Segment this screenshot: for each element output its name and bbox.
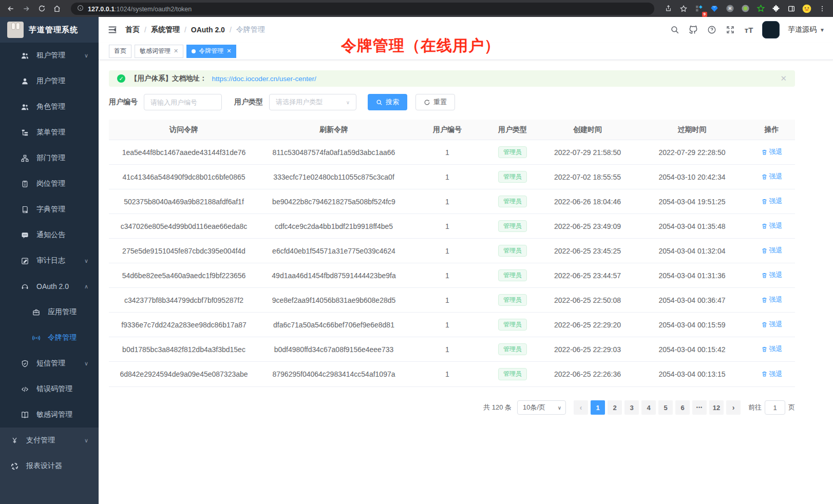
search-icon[interactable] [670, 25, 680, 35]
sidebar-item-report-designer[interactable]: 报表设计器 [0, 453, 99, 479]
force-logout-button[interactable]: 强退 [761, 246, 783, 255]
close-icon[interactable]: ✕ [174, 48, 178, 54]
help-icon[interactable] [707, 25, 717, 35]
force-logout-button[interactable]: 强退 [761, 295, 783, 304]
breadcrumb-item[interactable]: OAuth 2.0 [191, 26, 225, 34]
delete-icon [761, 149, 768, 156]
home-icon[interactable] [50, 2, 64, 15]
side-panel-icon[interactable] [785, 2, 798, 15]
bookmark-star-icon[interactable] [677, 2, 690, 15]
tab-敏感词管理[interactable]: 敏感词管理✕ [135, 45, 183, 58]
page-ellipsis[interactable]: ••• [692, 400, 707, 415]
page-size-select[interactable]: 10条/页 ∨ [517, 400, 566, 415]
sidebar-item-post-badge[interactable]: 岗位管理 [0, 171, 99, 197]
post-badge-icon [21, 180, 29, 188]
page-button-12[interactable]: 12 [709, 400, 724, 415]
search-icon [376, 99, 383, 106]
sidebar-menu: 租户管理∨用户管理角色管理菜单管理部门管理岗位管理字典管理通知公告审计日志∨OA… [0, 43, 99, 504]
user-type-select[interactable]: 请选择用户类型 ∨ [269, 94, 356, 110]
sidebar-item-user[interactable]: 用户管理 [0, 68, 99, 94]
extensions-puzzle-icon[interactable] [769, 2, 783, 15]
breadcrumb-item[interactable]: 首页 [125, 25, 140, 34]
next-page-button[interactable]: › [726, 400, 741, 415]
sidebar-item-menu-tree[interactable]: 菜单管理 [0, 120, 99, 145]
goto-page-input[interactable] [765, 400, 785, 415]
browser-menu-kebab-icon[interactable] [816, 2, 829, 15]
page-button-1[interactable]: 1 [591, 400, 605, 415]
extension-grid-icon[interactable]: 9 [692, 2, 706, 15]
extension-gem-icon[interactable] [708, 2, 721, 15]
sidebar-item-roles[interactable]: 角色管理 [0, 94, 99, 120]
sidebar-item-dict-book[interactable]: 字典管理 [0, 197, 99, 222]
extension-record-icon[interactable] [739, 2, 752, 15]
sidebar-item-tenant-users[interactable]: 租户管理∨ [0, 43, 99, 68]
force-logout-button[interactable]: 强退 [761, 320, 783, 329]
prev-page-button[interactable]: ‹ [574, 400, 588, 415]
extension-command-icon[interactable]: ⌘ [723, 2, 736, 15]
fullscreen-icon[interactable] [725, 25, 735, 35]
app-logo[interactable]: 芋道管理系统 [0, 17, 99, 43]
breadcrumb-item[interactable]: 系统管理 [151, 25, 180, 34]
page-button-5[interactable]: 5 [658, 400, 673, 415]
sidebar-item-token-signal[interactable]: 令牌管理 [0, 325, 99, 351]
table-row: 502375b8040a469a9b82188afdf6af1fbe90422b… [109, 189, 795, 214]
force-logout-button[interactable]: 强退 [761, 370, 783, 379]
page-button-2[interactable]: 2 [608, 400, 622, 415]
forward-icon[interactable] [20, 2, 33, 15]
sidebar-item-pay-yen[interactable]: 支付管理∨ [0, 428, 99, 453]
back-icon[interactable] [4, 2, 17, 15]
app-briefcase-icon [32, 308, 41, 317]
refresh-token-cell: be90422b8c7946218275a508bf524fc9 [259, 198, 409, 206]
sidebar-item-app-briefcase[interactable]: 应用管理 [0, 299, 99, 325]
force-logout-button[interactable]: 强退 [761, 172, 783, 181]
force-logout-button[interactable]: 强退 [761, 197, 783, 206]
sidebar-item-errorcode[interactable]: 错误码管理 [0, 376, 99, 402]
tab-令牌管理[interactable]: 令牌管理✕ [186, 45, 236, 58]
sidebar-item-audit-log[interactable]: 审计日志∨ [0, 248, 99, 274]
force-logout-button[interactable]: 强退 [761, 147, 783, 157]
user-type-badge: 管理员 [498, 294, 527, 306]
force-logout-label: 强退 [769, 320, 783, 329]
user-avatar[interactable] [762, 21, 780, 38]
table-body: 1ea5e44f8bc1467aaede43144f31de76811c5304… [109, 140, 795, 386]
tab-首页[interactable]: 首页 [109, 45, 131, 58]
page-button-6[interactable]: 6 [675, 400, 690, 415]
refresh-token-cell: e6cfd40eb1f54571a31e775e039c4624 [259, 247, 409, 255]
sidebar-item-org-tree[interactable]: 部门管理 [0, 145, 99, 171]
search-button[interactable]: 搜索 [368, 94, 407, 110]
chevron-down-icon: ∨ [84, 360, 88, 367]
user-id-label: 用户编号 [109, 98, 138, 107]
force-logout-button[interactable]: 强退 [761, 221, 783, 230]
user-menu[interactable]: 芋道源码▼ [788, 25, 825, 34]
sidebar-item-oauth-headset[interactable]: OAuth 2.0∧ [0, 274, 99, 299]
profile-avatar-icon[interactable] [800, 2, 813, 15]
page-button-4[interactable]: 4 [641, 400, 656, 415]
sidebar-item-label: 敏感词管理 [36, 410, 99, 419]
share-icon[interactable] [661, 2, 675, 15]
create-time-cell: 2022-06-25 23:44:57 [539, 272, 636, 280]
site-info-icon[interactable] [77, 4, 84, 13]
reset-button[interactable]: 重置 [415, 94, 455, 110]
expire-time-cell: 2054-03-04 00:36:47 [636, 296, 748, 304]
force-logout-button[interactable]: 强退 [761, 270, 783, 280]
breadcrumb: 首页/系统管理/OAuth 2.0/令牌管理 [125, 25, 662, 34]
extension-star-icon[interactable] [754, 2, 767, 15]
table-row: 6d842e2924594de9a09e45e087323abe8796295f… [109, 362, 795, 386]
sidebar-filler [0, 479, 99, 504]
reload-icon[interactable] [35, 2, 48, 15]
collapse-sidebar-icon[interactable] [107, 24, 118, 35]
create-time-cell: 2022-06-25 23:45:25 [539, 247, 636, 255]
font-size-icon[interactable]: тT [744, 25, 754, 35]
github-icon[interactable] [688, 25, 698, 35]
force-logout-label: 强退 [769, 197, 783, 206]
force-logout-button[interactable]: 强退 [761, 344, 783, 354]
sidebar-item-sms-shield[interactable]: 短信管理∨ [0, 351, 99, 376]
address-bar[interactable]: 127.0.0.1:1024/system/oauth2/token [71, 3, 654, 15]
alert-close-icon[interactable]: ✕ [780, 74, 787, 83]
user-id-input[interactable] [144, 94, 222, 110]
sidebar-item-notice-message[interactable]: 通知公告 [0, 222, 99, 248]
page-button-3[interactable]: 3 [624, 400, 639, 415]
sidebar-item-sensitive-book[interactable]: 敏感词管理 [0, 402, 99, 428]
doc-link[interactable]: https://doc.iocoder.cn/user-center/ [212, 75, 316, 83]
close-icon[interactable]: ✕ [226, 48, 231, 54]
